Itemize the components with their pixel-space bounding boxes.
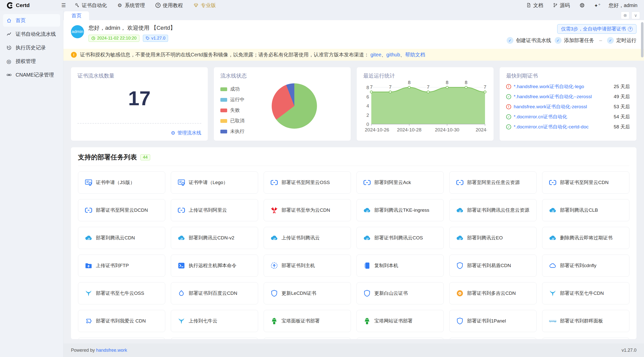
tab-home[interactable]: 首页	[64, 11, 89, 20]
nav-right-item-5[interactable]: 您好，admin	[609, 2, 637, 9]
task-card-10[interactable]: 部署到腾讯云TKE-ingress	[356, 199, 444, 221]
cert-name-link[interactable]: *.handsfree.work证书自动化-lego	[514, 83, 611, 90]
task-card-20[interactable]: 执行远程主机脚本命令	[171, 255, 258, 277]
task-card-5[interactable]: 部署至阿里云任意云资源	[449, 171, 537, 194]
task-card-18[interactable]: 删除腾讯云即将过期证书	[542, 227, 629, 249]
expiry-list: !*.handsfree.work证书自动化-lego25 天后✓*.hands…	[506, 83, 630, 130]
task-card-23[interactable]: 部署证书到易盾CDN	[449, 255, 537, 277]
task-card-32[interactable]: 上传到七牛云	[171, 310, 258, 332]
svg-text:2024-10-30: 2024-10-30	[435, 127, 459, 132]
nav-item-1[interactable]: 证书自动化	[74, 2, 107, 9]
task-card-31[interactable]: 部署证书到我爱云 CDN	[78, 310, 165, 332]
task-card-17[interactable]: 部署到腾讯云EO	[449, 227, 537, 249]
nav-item-3[interactable]: ?使用教程	[155, 2, 183, 9]
svg-text:Synology: Synology	[549, 320, 556, 322]
task-card-29[interactable]: 部署证书到多吉云CDN	[449, 282, 537, 304]
legend-item-2[interactable]: 运行中	[220, 96, 245, 103]
task-card-partial[interactable]	[542, 338, 629, 339]
task-card-9[interactable]: 部署证书至华为云CDN	[264, 199, 351, 221]
task-card-3[interactable]: 部署证书至阿里云OSS	[264, 171, 351, 194]
legend-item-1[interactable]: 成功	[220, 86, 245, 92]
legend-item-4[interactable]: 已取消	[220, 118, 245, 124]
nav-menu: 证书自动化⚙系统管理 ?使用教程专业版	[74, 2, 216, 9]
guide-step-1[interactable]: ✓创建证书流水线	[507, 37, 551, 44]
task-label: 执行远程主机脚本命令	[189, 262, 236, 269]
menu-collapse-icon[interactable]: ☰	[61, 2, 66, 8]
nav-right-label: 文档	[533, 2, 543, 9]
task-card-partial[interactable]	[171, 338, 258, 339]
cert-icon	[178, 179, 185, 186]
task-card-1[interactable]: 证书申请（JS版）	[78, 171, 165, 194]
shield-icon	[456, 262, 464, 269]
task-label: 部署到腾讯云CDN	[96, 235, 135, 241]
tab-dropdown-button[interactable]: ∨	[631, 12, 640, 19]
brand-logo[interactable]: Certd	[7, 2, 61, 9]
task-card-2[interactable]: 证书申请（Lego）	[171, 171, 258, 194]
task-card-34[interactable]: 宝塔网站证书部署	[356, 310, 444, 332]
scrollbar-thumb[interactable]	[641, 22, 643, 57]
banner-link-github[interactable]: github	[386, 52, 400, 57]
task-card-partial[interactable]	[78, 338, 165, 339]
sidebar-item-4[interactable]: ◎授权管理	[3, 55, 60, 67]
step-separator: –	[599, 38, 602, 43]
task-card-12[interactable]: 部署到腾讯云CLB	[542, 199, 629, 221]
task-card-25[interactable]: 部署证书至七牛云OSS	[78, 282, 165, 304]
task-label: 部署到腾讯云CDN-v2	[189, 235, 234, 241]
task-card-partial[interactable]	[264, 338, 351, 339]
task-card-11[interactable]: 部署证书到腾讯云任意云资源	[449, 199, 537, 221]
task-card-4[interactable]: 部署到阿里云Ack	[356, 171, 444, 194]
task-card-8[interactable]: 上传证书到阿里云	[171, 199, 258, 221]
task-card-19[interactable]: 上传证书到FTP	[78, 255, 165, 277]
svg-text:8: 8	[465, 80, 467, 85]
cert-name-link[interactable]: handsfree.work证书自动化-zerossl	[514, 103, 611, 110]
nav-item-4[interactable]: 专业版	[193, 2, 216, 9]
pipeline-icon	[7, 31, 12, 37]
nav-right-item-2[interactable]: 源码	[553, 2, 570, 9]
task-card-24[interactable]: 部署证书到cdnfly	[542, 255, 629, 277]
sidebar: 首页证书自动化流水线执行历史记录◎授权管理CNAME记录管理	[0, 11, 63, 357]
sidebar-item-3[interactable]: 执行历史记录	[3, 41, 60, 54]
task-card-35[interactable]: 部署证书到1Panel	[449, 310, 537, 332]
task-card-21[interactable]: 部署证书到主机	[264, 255, 351, 277]
legend-item-5[interactable]: 未执行	[220, 128, 245, 135]
banner-link-帮助文档[interactable]: 帮助文档	[405, 52, 425, 57]
task-card-30[interactable]: 部署证书至七牛CDN	[542, 282, 629, 304]
quick-guide-button[interactable]: 仅需3步，全自动申请部署证书 ?	[557, 24, 636, 34]
sidebar-item-1[interactable]: 首页	[3, 14, 60, 27]
task-card-partial[interactable]	[356, 338, 444, 339]
cert-name-link[interactable]: *.handsfree.work证书自动化--zerossl	[514, 93, 611, 100]
step-label: 添加部署任务	[564, 37, 594, 44]
tab-close-button[interactable]: ⊗	[621, 12, 629, 19]
task-card-33[interactable]: 宝塔面板证书部署	[264, 310, 351, 332]
cert-name-link[interactable]: *.docmirror.cn证书自动化	[514, 114, 611, 120]
handsfree-link[interactable]: handsfree.work	[96, 348, 127, 353]
task-card-27[interactable]: 更新LeCDN证书	[264, 282, 351, 304]
task-card-13[interactable]: 部署到腾讯云CDN	[78, 227, 165, 249]
task-card-15[interactable]: 上传证书到腾讯云	[264, 227, 351, 249]
task-card-7[interactable]: 部署证书至阿里云DCDN	[78, 199, 165, 221]
task-card-26[interactable]: 部署证书到百度云CDN	[171, 282, 258, 304]
guide-step-3[interactable]: ✓定时运行	[607, 37, 636, 44]
svg-text:8: 8	[408, 80, 411, 85]
nav-item-2[interactable]: ⚙系统管理	[117, 2, 145, 9]
nav-right-item-1[interactable]: 文档	[526, 2, 543, 9]
task-card-28[interactable]: 更新白山云证书	[356, 282, 444, 304]
guide-step-2[interactable]: ✓添加部署任务	[555, 37, 594, 44]
task-card-6[interactable]: 部署证书至阿里云CDN	[542, 171, 629, 194]
banner-link-gitee[interactable]: gitee	[370, 52, 381, 57]
certd-logo-icon	[7, 2, 13, 9]
task-card-22[interactable]: 复制到本机	[356, 255, 444, 277]
legend-item-3[interactable]: 失败	[220, 107, 245, 114]
task-card-14[interactable]: 部署到腾讯云CDN-v2	[171, 227, 258, 249]
sidebar-item-2[interactable]: 证书自动化流水线	[3, 28, 60, 40]
puzzle-icon	[85, 317, 92, 325]
nav-right-item-3[interactable]	[580, 3, 585, 8]
cert-name-link[interactable]: *.docmirror.cn证书自动化-certd-doc	[514, 124, 611, 130]
manage-pipelines-link[interactable]: ⚙ 管理流水线	[171, 130, 201, 136]
task-card-16[interactable]: 部署证书到腾讯云COS	[356, 227, 444, 249]
task-card-36[interactable]: Synology部署证书到群晖面板	[542, 310, 629, 332]
task-card-partial[interactable]	[449, 338, 537, 339]
sidebar-item-label: 授权管理	[16, 58, 36, 65]
nav-right-item-4[interactable]: ✦✧	[594, 3, 599, 8]
sidebar-item-5[interactable]: CNAME记录管理	[3, 68, 60, 81]
